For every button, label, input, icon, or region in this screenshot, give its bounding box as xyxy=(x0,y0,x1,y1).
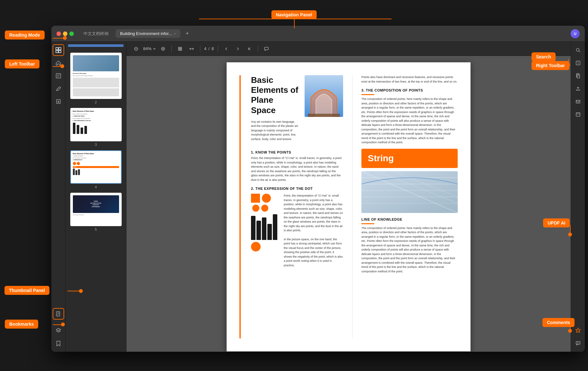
thumbnail-panel: Geometric Philosophy Lorem ipsum text co… xyxy=(65,42,126,352)
search-label: Search xyxy=(532,52,556,61)
document-view: 84% 4 xyxy=(126,42,571,352)
svg-line-39 xyxy=(579,51,580,52)
svg-rect-2 xyxy=(56,50,58,53)
page-right-column: Points also have dominant and recessive … xyxy=(361,75,458,339)
bookmarks-toolbar-btn[interactable] xyxy=(53,338,64,349)
svg-rect-21 xyxy=(180,47,182,49)
fit-page-button[interactable] xyxy=(176,44,185,53)
document-scroll-area[interactable]: Basic Elements of Plane Space Any art co… xyxy=(126,56,571,352)
export-right-btn[interactable] xyxy=(572,83,584,94)
svg-point-38 xyxy=(576,49,579,51)
section3-underline xyxy=(361,94,374,95)
extract-toolbar-btn[interactable] xyxy=(53,96,64,107)
section4-underline xyxy=(361,223,374,224)
tab-close-button[interactable]: × xyxy=(174,32,176,36)
svg-rect-1 xyxy=(59,48,61,50)
page-num-2: 2 xyxy=(95,100,97,104)
mail-right-btn[interactable] xyxy=(572,96,584,107)
thumbnail-page-3[interactable]: Basic Elements of Plane Space Any art co… xyxy=(68,108,124,146)
title-bar: 中文文档样例 Building Environment infor... × +… xyxy=(51,26,585,42)
svg-rect-20 xyxy=(178,47,180,49)
page-num-4: 4 xyxy=(95,185,97,189)
layers-toolbar-btn[interactable] xyxy=(53,325,64,336)
pages-right-btn[interactable] xyxy=(572,70,584,82)
thumbnail-page-5[interactable]: PRISMDECOMPOSITIONSUNLIGHTEXPERIMENT Lor… xyxy=(68,193,124,231)
orange-circle-1 xyxy=(251,194,260,203)
user-avatar[interactable]: U xyxy=(571,29,580,38)
nav-separator-4 xyxy=(258,46,258,52)
first-page-button[interactable] xyxy=(245,44,254,53)
section2-body1: Point, the interpretation of "Ci Hai" is… xyxy=(284,194,343,233)
building-image xyxy=(361,171,458,213)
fit-width-button[interactable] xyxy=(187,44,196,53)
svg-rect-22 xyxy=(178,49,180,50)
annotate-toolbar-btn[interactable] xyxy=(53,83,64,94)
info-right-btn[interactable] xyxy=(572,57,584,69)
page-intro-text: Any art contains its own language, and t… xyxy=(251,120,299,142)
svg-rect-48 xyxy=(576,100,580,103)
next-page-button[interactable] xyxy=(233,44,242,53)
thumbnails-toolbar-btn[interactable] xyxy=(53,44,64,56)
edit-toolbar-btn[interactable] xyxy=(53,70,64,82)
bar-3 xyxy=(262,217,266,240)
string-banner: String xyxy=(361,149,458,168)
nav-separator-2 xyxy=(200,46,200,52)
bookmarks-label: Bookmarks xyxy=(5,320,38,329)
calendar-right-btn[interactable] xyxy=(572,109,584,120)
prev-page-button[interactable] xyxy=(222,44,231,53)
left-toolbar xyxy=(51,42,65,352)
bar-1 xyxy=(251,216,255,240)
tab-building-env[interactable]: Building Environment infor... × xyxy=(116,29,180,38)
updf-ai-label: UPDF AI xyxy=(543,218,570,227)
left-toolbar-label: Left Toolbar xyxy=(5,59,39,68)
navigation-bar: 84% 4 xyxy=(126,42,571,56)
thumbnail-page-4[interactable]: Basic Elements of Plane Space 1. KNOW TH… xyxy=(68,150,124,189)
page-left-column: Basic Elements of Plane Space Any art co… xyxy=(251,75,343,339)
arch-image xyxy=(305,75,343,117)
tab-chinese-doc[interactable]: 中文文档样例 xyxy=(79,29,113,39)
traffic-lights xyxy=(56,31,74,36)
tab-label: 中文文档样例 xyxy=(83,31,108,37)
zoom-display: 84% xyxy=(143,46,156,51)
tab-label-active: Building Environment infor... xyxy=(120,31,172,36)
comment-button[interactable] xyxy=(262,44,271,53)
page-main-title: Basic Elements of Plane Space xyxy=(251,75,299,115)
orange-circle-3 xyxy=(252,205,259,212)
svg-rect-28 xyxy=(308,114,340,117)
orange-circle-2 xyxy=(262,194,271,203)
section4-heading: LINE OF KNOWLEDGE xyxy=(361,217,458,221)
section1-body: Point, the interpretation of "Ci Hai" is… xyxy=(251,156,343,182)
close-button[interactable] xyxy=(56,31,61,36)
section1-heading: 1. KNOW THE POINTS xyxy=(251,150,343,154)
new-tab-button[interactable]: + xyxy=(183,30,192,37)
maximize-button[interactable] xyxy=(69,31,74,36)
svg-point-42 xyxy=(578,62,578,62)
zoom-chevron-icon xyxy=(153,47,156,50)
reading-mode-label: Reading Mode xyxy=(5,31,45,40)
svg-rect-0 xyxy=(56,48,58,50)
content-area: Geometric Philosophy Lorem ipsum text co… xyxy=(51,42,585,352)
svg-rect-23 xyxy=(180,49,182,50)
page-toolbar-btn[interactable] xyxy=(53,308,64,320)
document-page: Basic Elements of Plane Space Any art co… xyxy=(227,62,471,351)
orange-circle-bottom xyxy=(251,242,261,252)
zoom-out-button[interactable] xyxy=(132,44,141,53)
minimize-button[interactable] xyxy=(63,31,67,36)
section3-heading: 3. THE COMPOSITION OF POINTS xyxy=(361,88,458,92)
page-num-3: 3 xyxy=(95,143,97,146)
page-current: 4 xyxy=(204,46,206,51)
right-toolbar xyxy=(571,42,585,352)
nav-separator-1 xyxy=(171,46,172,52)
svg-rect-49 xyxy=(576,113,580,116)
right-intro-text: Points also have dominant and recessive … xyxy=(361,75,458,84)
bar-5 xyxy=(273,214,277,240)
page-indicator: 4 / 8 xyxy=(204,46,214,51)
comments-right-btn[interactable] xyxy=(572,338,584,349)
svg-rect-3 xyxy=(59,50,61,53)
orange-circle-4 xyxy=(261,205,268,212)
thumbnail-page-2[interactable]: Geometric Philosophy Lorem ipsum text co… xyxy=(68,53,124,104)
search-right-btn[interactable] xyxy=(572,44,584,56)
section4-body: The composition of ordered points: here … xyxy=(361,226,458,274)
zoom-in-button[interactable] xyxy=(159,44,168,53)
page-sep: / xyxy=(208,46,210,51)
